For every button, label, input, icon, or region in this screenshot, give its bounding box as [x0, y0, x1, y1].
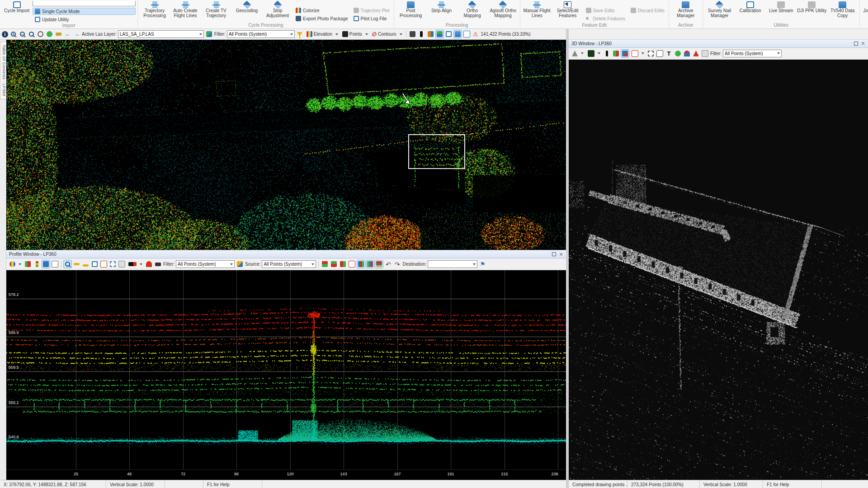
3d-view[interactable] — [569, 60, 868, 480]
3d-window-titlebar[interactable]: 3D Window - LP360 — [569, 40, 868, 48]
survey-nail-manager-button[interactable]: Survey Nail Manager — [705, 0, 735, 19]
layout-combobox-clipped[interactable] — [33, 1, 136, 6]
table-of-contents-tab[interactable]: Table Of Contents - LP360 — [0, 42, 7, 99]
profile-source-icon[interactable] — [236, 260, 244, 268]
profile-filter-combobox[interactable]: All Points (System) — [176, 260, 235, 268]
class-map-1-icon[interactable] — [357, 260, 365, 268]
3d-classify-dropdown[interactable] — [630, 49, 646, 57]
profile-snapshot-icon[interactable] — [154, 260, 162, 268]
3d-text-icon[interactable] — [665, 50, 673, 57]
classify-above-icon[interactable] — [330, 260, 338, 268]
3d-filter-combobox[interactable]: All Points (System) — [723, 50, 782, 57]
identify-icon[interactable] — [2, 31, 8, 38]
profile-grid-icon[interactable] — [42, 260, 50, 268]
points-dropdown-button[interactable]: Points — [341, 30, 369, 38]
post-processing-button[interactable]: Post Processing — [396, 0, 426, 19]
profile-fit-icon[interactable] — [109, 260, 117, 268]
redo-icon[interactable] — [393, 260, 401, 268]
profile-close-icon[interactable] — [559, 252, 563, 257]
pilot-log-file-button[interactable]: Pilot Log File — [351, 15, 392, 22]
3d-close-icon[interactable] — [861, 41, 865, 46]
dji-ppk-utility-button[interactable]: DJI PPK Utility — [797, 0, 827, 14]
3d-cone-icon[interactable] — [692, 50, 700, 57]
save-edits-button[interactable]: Save Edits — [584, 7, 627, 14]
cycle-import-button[interactable]: Cycle Import — [2, 0, 32, 14]
discard-edits-button[interactable]: Discard Edits — [628, 7, 667, 14]
flag-icon[interactable] — [479, 260, 486, 268]
live-stream-button[interactable]: Live Stream — [766, 0, 796, 14]
class-map-3-icon[interactable] — [375, 260, 383, 268]
colorize-button[interactable]: Colorize — [293, 7, 350, 14]
3d-point-cloud-canvas[interactable] — [569, 60, 868, 480]
profile-point-cloud-canvas[interactable] — [6, 270, 566, 469]
globe-icon[interactable] — [46, 30, 53, 38]
3d-class-grid-icon[interactable] — [612, 50, 620, 57]
tv540-data-copy-button[interactable]: TV540 Data Copy — [828, 0, 858, 19]
trajectory-plot-button[interactable]: Trajectory Plot — [351, 7, 392, 14]
3d-copy-icon[interactable] — [701, 50, 709, 57]
profile-pan-up-icon[interactable] — [73, 260, 80, 268]
next-view-icon[interactable] — [73, 30, 80, 38]
3d-point-cloud-icon[interactable] — [621, 50, 629, 57]
zoom-out-icon[interactable] — [19, 30, 26, 38]
3d-float-icon[interactable] — [854, 42, 858, 46]
profile-zoom-window-icon[interactable] — [64, 260, 71, 268]
classify-points-icon[interactable] — [321, 260, 329, 268]
undo-icon[interactable] — [384, 260, 392, 268]
manual-flight-lines-button[interactable]: Manual Flight Lines — [522, 0, 552, 19]
map-view[interactable] — [6, 40, 566, 250]
geocoding-button[interactable]: Geocoding — [232, 0, 262, 14]
create-tv-trajectory-button[interactable]: Create TV Trajectory — [201, 0, 231, 19]
calibration-button[interactable]: Calibration — [736, 0, 765, 14]
auto-create-flight-lines-button[interactable]: Auto Create Flight Lines — [170, 0, 200, 19]
profile-view[interactable]: 578.2 568.9 559.5 550.1 540.8 — [6, 270, 566, 469]
strip-adjustment-button[interactable]: Strip Adjustment — [263, 0, 292, 19]
map-point-cloud-canvas[interactable] — [6, 40, 566, 250]
profile-colorbar-dropdown[interactable] — [127, 260, 144, 268]
contours-dropdown-button[interactable]: Contours — [371, 30, 404, 38]
elevation-dropdown-button[interactable]: Elevation — [305, 30, 340, 38]
profile-split-icon[interactable] — [51, 260, 59, 268]
strip-align-button[interactable]: Strip Align — [427, 0, 457, 14]
delete-features-button[interactable]: Delete Features — [584, 15, 627, 22]
classify-icon[interactable] — [427, 30, 434, 38]
3d-profile-bar-icon[interactable] — [603, 50, 611, 57]
archive-manager-button[interactable]: Archive Manager — [671, 0, 701, 19]
agisoft-ortho-mapping-button[interactable]: Agisoft Ortho Mapping — [488, 0, 518, 19]
profile-window-titlebar[interactable]: Profile Window - LP360 — [6, 250, 566, 258]
zoom-extent-icon[interactable] — [28, 30, 35, 38]
update-utility-button[interactable]: Update Utility — [33, 16, 136, 23]
classify-below-icon[interactable] — [339, 260, 347, 268]
3d-globe-icon[interactable] — [674, 50, 682, 57]
profile-destination-combobox[interactable] — [428, 260, 477, 268]
3d-select-window-icon[interactable] — [647, 50, 655, 57]
measure-icon[interactable] — [55, 30, 62, 38]
single-cycle-mode-button[interactable]: Single Cycle Mode — [33, 8, 136, 15]
previous-view-icon[interactable] — [64, 30, 71, 38]
3d-orbit-dropdown[interactable] — [571, 49, 585, 57]
grid-display-icon[interactable] — [436, 30, 443, 38]
filter-funnel-icon[interactable] — [296, 30, 304, 38]
profile-source-combobox[interactable]: All Points (System) — [262, 260, 316, 268]
profile-copy-icon[interactable] — [118, 260, 126, 268]
attributes-icon[interactable] — [463, 30, 471, 38]
classify-window-icon[interactable] — [348, 260, 356, 268]
map-filter-combobox[interactable]: All Points (System) — [227, 30, 295, 38]
3d-polygon-icon[interactable] — [656, 50, 664, 57]
profile-points-icon[interactable] — [33, 260, 41, 268]
3d-display-mode-dropdown[interactable] — [586, 49, 602, 57]
trajectory-processing-button[interactable]: Trajectory Processing — [140, 0, 170, 19]
point-cloud-tasks-icon[interactable] — [454, 30, 462, 38]
profile-float-icon[interactable] — [552, 252, 556, 256]
pan-icon[interactable] — [37, 30, 44, 38]
ortho-mapping-button[interactable]: Ortho Mapping — [458, 0, 487, 19]
active-las-layer-combobox[interactable]: LAS_SA_LP.LAS — [118, 30, 204, 38]
3d-window-icon[interactable] — [409, 30, 416, 38]
select-edit-features-button[interactable]: Select/Edit Features — [553, 0, 583, 19]
layers-icon[interactable] — [205, 30, 213, 38]
profile-class-grid-icon[interactable] — [24, 260, 32, 268]
profile-measure-icon[interactable] — [100, 260, 108, 268]
zoom-in-icon[interactable] — [9, 30, 17, 38]
profile-palette-dropdown[interactable] — [8, 260, 23, 268]
class-map-2-icon[interactable] — [366, 260, 374, 268]
